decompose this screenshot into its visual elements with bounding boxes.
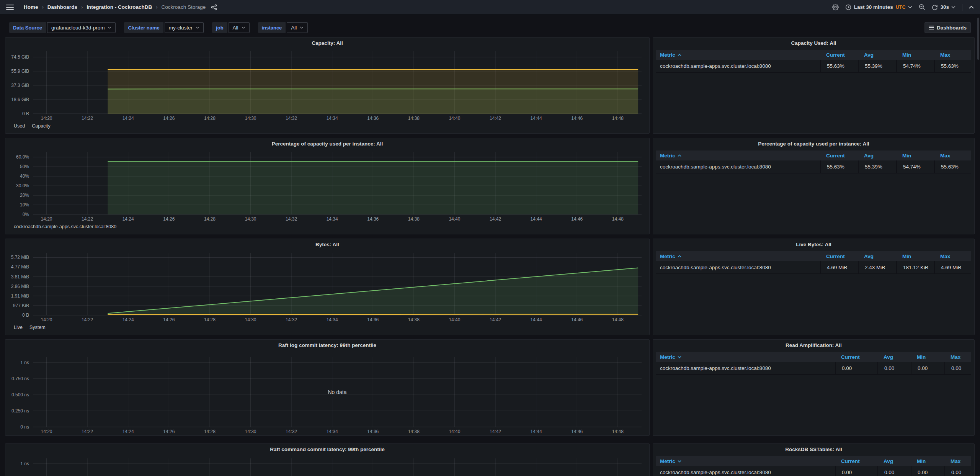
panel-title[interactable]: RocksDB SSTables: All xyxy=(653,444,974,455)
y-axis-label: 4.77 MiB xyxy=(11,264,29,270)
column-header-current[interactable]: Current xyxy=(820,153,858,159)
column-header-metric[interactable]: Metric xyxy=(656,354,835,360)
y-axis-label: 74.5 GiB xyxy=(11,54,29,60)
column-header-max[interactable]: Max xyxy=(934,153,971,159)
column-header-max[interactable]: Max xyxy=(934,52,971,58)
legend-label: Used xyxy=(14,123,25,129)
x-axis-label: 14:24 xyxy=(122,429,134,434)
legend-item-System[interactable]: System xyxy=(29,325,46,330)
breadcrumb-folder[interactable]: Integration - CockroachDB xyxy=(87,4,152,10)
variable-select-instance[interactable]: All xyxy=(287,22,308,33)
value-cell: 0.00 xyxy=(835,466,877,476)
column-header-min[interactable]: Min xyxy=(896,254,934,259)
column-header-max[interactable]: Max xyxy=(944,354,971,360)
chart-raft-command-latency[interactable]: 1 ns0.750 ns0.500 ns0.250 ns0 ns14:2014:… xyxy=(33,458,642,476)
column-header-metric[interactable]: Metric xyxy=(656,153,820,159)
chart-canvas[interactable] xyxy=(33,51,642,114)
x-axis-label: 14:22 xyxy=(82,116,93,121)
legend-item-cockroachdb.sample-apps.svc.cluster.local:8080[interactable]: cockroachdb.sample-apps.svc.cluster.loca… xyxy=(14,224,116,229)
column-header-current[interactable]: Current xyxy=(820,254,858,259)
x-axis-label: 14:20 xyxy=(41,216,52,222)
panel-title[interactable]: Capacity Used: All xyxy=(653,38,974,49)
column-header-max[interactable]: Max xyxy=(944,458,971,464)
time-range-picker[interactable]: Last 30 minutes UTC xyxy=(845,4,913,10)
refresh-icon xyxy=(932,4,938,10)
y-axis-label: 2.86 MiB xyxy=(11,284,29,289)
no-data-message: No data xyxy=(33,357,642,427)
panel-title[interactable]: Capacity: All xyxy=(5,38,649,49)
column-header-avg[interactable]: Avg xyxy=(877,354,911,360)
column-header-avg[interactable]: Avg xyxy=(858,52,896,58)
search-minus-icon[interactable] xyxy=(919,4,925,10)
panel-title[interactable]: Raft command commit latency: 99th percen… xyxy=(5,444,649,455)
x-axis-label: 14:30 xyxy=(245,116,256,121)
divider xyxy=(962,4,962,11)
legend-item-Capacity[interactable]: Capacity xyxy=(32,123,51,129)
chart-capacity[interactable]: 74.5 GiB55.9 GiB37.3 GiB18.6 GiB0 B14:20… xyxy=(33,51,642,114)
sort-descending-icon xyxy=(678,356,681,358)
column-header-metric[interactable]: Metric xyxy=(656,52,820,58)
column-header-min[interactable]: Min xyxy=(911,354,944,360)
value-cell: 0.00 xyxy=(944,466,971,476)
variable-select-cluster[interactable]: my-cluster xyxy=(165,22,204,33)
panel-title[interactable]: Live Bytes: All xyxy=(653,239,974,250)
variable-select-datasource[interactable]: grafanacloud-k3d-prom xyxy=(47,22,116,33)
x-axis-label: 14:24 xyxy=(122,216,134,222)
x-axis-label: 14:48 xyxy=(612,429,624,434)
chart-canvas[interactable] xyxy=(33,458,642,476)
column-header-avg[interactable]: Avg xyxy=(858,254,896,259)
column-header-avg[interactable]: Avg xyxy=(877,458,911,464)
column-header-min[interactable]: Min xyxy=(911,458,944,464)
variable-select-job[interactable]: All xyxy=(229,22,250,33)
value-cell: 55.63% xyxy=(934,60,971,72)
refresh-picker[interactable]: 30s xyxy=(932,4,956,10)
value-cell: 54.74% xyxy=(896,60,934,72)
value-cell: 54.74% xyxy=(896,160,934,173)
column-header-min[interactable]: Min xyxy=(896,52,934,58)
column-header-avg[interactable]: Avg xyxy=(858,153,896,159)
y-axis-label: 0 B xyxy=(22,312,29,318)
breadcrumb-current-dashboard: Cockroach Storage xyxy=(162,4,206,10)
chart-capacity-percentage[interactable]: 60.0%50%40%30.0%20%10%0%14:2014:2214:241… xyxy=(33,152,642,214)
chart-canvas[interactable] xyxy=(33,152,642,214)
x-axis-label: 14:40 xyxy=(449,317,460,322)
table-live-bytes: MetricCurrentAvgMinMaxcockroachdb.sample… xyxy=(656,251,971,274)
panel-capacity-percentage: Percentage of capacity used per instance… xyxy=(5,138,650,234)
panel-title[interactable]: Raft log commit latency: 99th percentile xyxy=(5,340,649,351)
legend-item-Used[interactable]: Used xyxy=(14,123,25,129)
chart-canvas[interactable] xyxy=(33,253,642,315)
column-header-current[interactable]: Current xyxy=(835,458,877,464)
variable-label-instance: instance xyxy=(258,22,286,33)
value-cell: 55.39% xyxy=(858,60,896,72)
panel-title[interactable]: Bytes: All xyxy=(5,239,649,250)
timezone-label: UTC xyxy=(896,5,906,10)
legend-label: Capacity xyxy=(32,123,51,129)
breadcrumb-dashboards[interactable]: Dashboards xyxy=(47,4,77,10)
panel-title[interactable]: Percentage of capacity used per instance… xyxy=(5,138,649,150)
chevron-up-icon[interactable] xyxy=(969,6,974,9)
gear-icon[interactable] xyxy=(832,4,839,10)
x-axis-label: 14:44 xyxy=(531,429,542,434)
scrollbar[interactable] xyxy=(977,18,979,60)
column-header-current[interactable]: Current xyxy=(820,52,858,58)
menu-icon[interactable] xyxy=(6,5,14,10)
legend-item-Live[interactable]: Live xyxy=(14,325,23,330)
column-header-metric[interactable]: Metric xyxy=(656,458,835,464)
column-header-min[interactable]: Min xyxy=(896,153,934,159)
table-row: cockroachdb.sample-apps.svc.cluster.loca… xyxy=(656,160,971,173)
chart-raft-log-latency[interactable]: 1 ns0.750 ns0.500 ns0.250 ns0 ns14:2014:… xyxy=(33,357,642,427)
dashboards-list-button[interactable]: Dashboards xyxy=(924,22,971,33)
sort-ascending-icon xyxy=(678,154,681,157)
grafana-app: Home › Dashboards › Integration - Cockro… xyxy=(0,0,980,476)
panel-title[interactable]: Read Amplification: All xyxy=(653,340,974,351)
x-axis-label: 14:32 xyxy=(286,216,297,222)
share-alt-icon[interactable] xyxy=(211,4,217,10)
breadcrumb-home[interactable]: Home xyxy=(24,4,38,10)
chart-bytes[interactable]: 5.72 MiB4.77 MiB3.81 MiB2.86 MiB1.91 MiB… xyxy=(33,253,642,315)
column-header-max[interactable]: Max xyxy=(934,254,971,259)
y-axis-label: 5.72 MiB xyxy=(11,255,29,260)
panel-title[interactable]: Percentage of capacity used per instance… xyxy=(653,138,974,150)
y-axis-label: 55.9 GiB xyxy=(11,69,29,74)
column-header-metric[interactable]: Metric xyxy=(656,254,820,259)
column-header-current[interactable]: Current xyxy=(835,354,877,360)
